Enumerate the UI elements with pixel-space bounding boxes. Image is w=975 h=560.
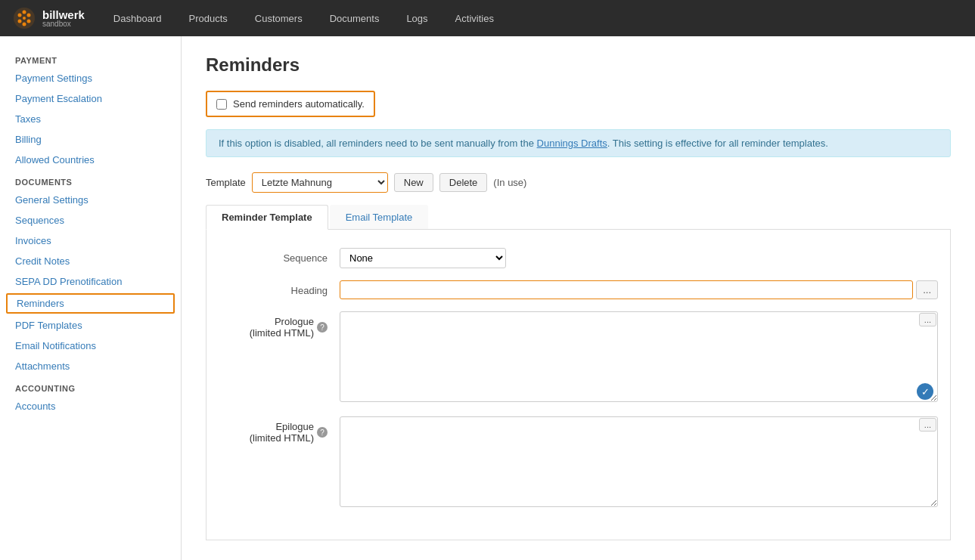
info-text-before: If this option is disabled, all reminder…	[219, 138, 537, 149]
sidebar-item-billing[interactable]: Billing	[0, 129, 181, 150]
info-box: If this option is disabled, all reminder…	[206, 129, 951, 157]
logo-text-area: billwerk sandbox	[42, 9, 85, 28]
new-button[interactable]: New	[394, 173, 433, 192]
prologue-label-area: Prologue (limited HTML) ?	[219, 311, 340, 339]
sidebar-item-sepa[interactable]: SEPA DD Prenotification	[0, 271, 181, 292]
heading-input[interactable]	[340, 280, 913, 299]
tab-content: Sequence None Heading ...	[206, 230, 951, 540]
svg-point-5	[18, 20, 22, 23]
nav-activities[interactable]: Activities	[451, 10, 498, 27]
main-content: Reminders Send reminders automatically. …	[182, 36, 975, 560]
page-title: Reminders	[206, 54, 951, 76]
nav-products[interactable]: Products	[184, 10, 231, 27]
template-label: Template	[206, 177, 246, 188]
sidebar-item-payment-settings[interactable]: Payment Settings	[0, 68, 181, 88]
logo-name: billwerk	[42, 9, 85, 20]
prologue-row: Prologue (limited HTML) ? ... ✓	[219, 311, 938, 404]
epilogue-dots-button[interactable]: ...	[919, 418, 936, 432]
nav-dashboard[interactable]: Dashboard	[109, 10, 166, 27]
delete-button[interactable]: Delete	[439, 173, 488, 192]
prologue-dots-button[interactable]: ...	[919, 313, 936, 326]
sequence-row: Sequence None	[219, 248, 938, 268]
nav-documents[interactable]: Documents	[325, 10, 384, 27]
send-reminders-checkbox-area[interactable]: Send reminders automatically.	[206, 91, 375, 117]
heading-field: ...	[340, 280, 938, 299]
heading-dots-button[interactable]: ...	[916, 280, 938, 299]
epilogue-label: Epilogue	[250, 421, 314, 432]
svg-point-4	[23, 23, 26, 26]
sidebar-item-general-settings[interactable]: General Settings	[0, 190, 181, 210]
sidebar-item-email-notifications[interactable]: Email Notifications	[0, 336, 181, 356]
logo: billwerk sandbox	[12, 6, 85, 30]
sidebar: PAYMENT Payment Settings Payment Escalat…	[0, 36, 182, 560]
sidebar-item-reminders[interactable]: Reminders	[6, 293, 175, 314]
sidebar-item-taxes[interactable]: Taxes	[0, 109, 181, 129]
prologue-field: ... ✓	[340, 311, 938, 404]
sidebar-item-attachments[interactable]: Attachments	[0, 356, 181, 376]
app-layout: PAYMENT Payment Settings Payment Escalat…	[0, 36, 975, 560]
heading-row: Heading ...	[219, 280, 938, 299]
epilogue-label-area: Epilogue (limited HTML) ?	[219, 416, 340, 444]
epilogue-sub-label: (limited HTML)	[250, 432, 314, 444]
template-row: Template Letzte Mahnung New Delete (In u…	[206, 172, 951, 193]
send-reminders-label: Send reminders automatically.	[233, 98, 365, 110]
sidebar-item-invoices[interactable]: Invoices	[0, 230, 181, 251]
nav-logs[interactable]: Logs	[402, 10, 432, 27]
epilogue-textarea-wrapper: ...	[340, 416, 938, 509]
prologue-textarea-wrapper: ... ✓	[340, 311, 938, 404]
info-text-after: . This setting is effective for all remi…	[607, 138, 828, 149]
sidebar-item-pdf-templates[interactable]: PDF Templates	[0, 315, 181, 336]
tabs: Reminder Template Email Template	[206, 205, 951, 230]
sidebar-item-payment-escalation[interactable]: Payment Escalation	[0, 88, 181, 109]
tab-reminder-template[interactable]: Reminder Template	[206, 205, 328, 230]
nav-customers[interactable]: Customers	[250, 10, 307, 27]
heading-label: Heading	[219, 280, 340, 296]
logo-sub: sandbox	[42, 20, 85, 28]
epilogue-field: ...	[340, 416, 938, 509]
svg-point-1	[23, 11, 26, 14]
sidebar-item-accounts[interactable]: Accounts	[0, 396, 181, 416]
tab-email-template[interactable]: Email Template	[330, 205, 429, 229]
template-select[interactable]: Letzte Mahnung	[252, 172, 388, 193]
in-use-label: (In use)	[493, 177, 526, 188]
sequence-select[interactable]: None	[340, 248, 506, 268]
svg-point-6	[18, 14, 22, 17]
sequence-field: None	[340, 248, 938, 268]
sidebar-item-credit-notes[interactable]: Credit Notes	[0, 251, 181, 271]
top-nav: billwerk sandbox Dashboard Products Cust…	[0, 0, 975, 36]
sequence-label: Sequence	[219, 248, 340, 264]
prologue-help-icon: ?	[317, 322, 328, 333]
epilogue-row: Epilogue (limited HTML) ? ...	[219, 416, 938, 509]
sidebar-section-accounting: ACCOUNTING	[0, 376, 181, 396]
prologue-check-icon: ✓	[917, 383, 933, 400]
epilogue-textarea[interactable]	[340, 416, 938, 507]
prologue-label: Prologue	[250, 316, 314, 327]
sidebar-section-payment: PAYMENT	[0, 48, 181, 68]
sidebar-item-allowed-countries[interactable]: Allowed Countries	[0, 150, 181, 170]
svg-point-2	[27, 14, 31, 17]
send-reminders-checkbox[interactable]	[216, 99, 227, 110]
svg-point-7	[23, 17, 26, 20]
logo-icon	[12, 6, 36, 30]
heading-input-area: ...	[340, 280, 938, 299]
sidebar-item-sequences[interactable]: Sequences	[0, 210, 181, 230]
sidebar-section-documents: DOCUMENTS	[0, 170, 181, 190]
dunnings-drafts-link[interactable]: Dunnings Drafts	[537, 138, 607, 149]
prologue-sub-label: (limited HTML)	[250, 327, 314, 339]
epilogue-help-icon: ?	[317, 427, 328, 438]
svg-point-3	[27, 20, 31, 23]
prologue-textarea[interactable]	[340, 311, 938, 402]
